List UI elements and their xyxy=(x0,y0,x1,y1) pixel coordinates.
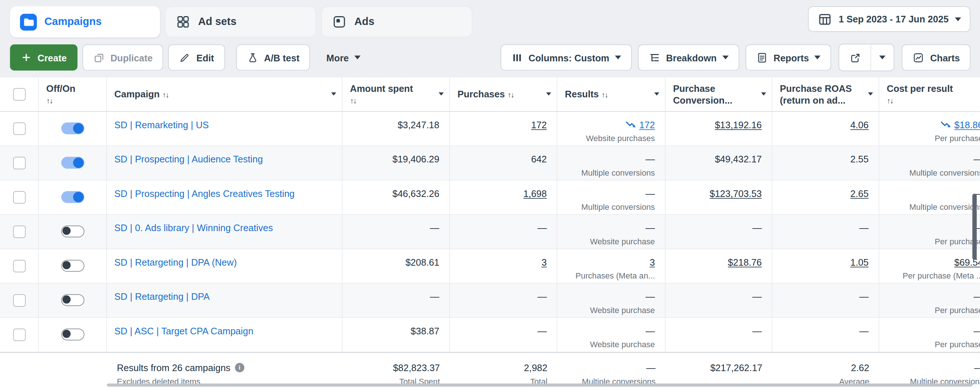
breakdown-button[interactable]: Breakdown xyxy=(638,45,739,70)
results-type-label: Website purchase xyxy=(557,304,655,317)
toggle-knob xyxy=(62,330,70,338)
row-checkbox[interactable] xyxy=(13,260,25,272)
total-purchases-value: 2,982 xyxy=(450,361,547,375)
campaign-toggle[interactable] xyxy=(61,122,84,134)
campaigns-icon xyxy=(20,14,37,30)
header-purchase-roas[interactable]: Purchase ROAS (return on ad... xyxy=(772,78,879,111)
edit-label: Edit xyxy=(196,52,214,63)
header-purchases[interactable]: Purchases ↑↓ xyxy=(450,78,557,111)
row-checkbox[interactable] xyxy=(13,329,25,341)
results-value[interactable]: 3 xyxy=(649,257,655,267)
chevron-down-icon[interactable] xyxy=(546,92,551,96)
edit-button[interactable]: Edit xyxy=(169,45,225,70)
results-value: — xyxy=(557,186,655,200)
campaign-name-link[interactable]: SD | Retargeting | DPA (New) xyxy=(115,257,237,267)
row-checkbox[interactable] xyxy=(13,226,25,238)
campaign-name-link[interactable]: SD | Remarketing | US xyxy=(115,119,209,130)
toggle-knob xyxy=(73,192,83,202)
breakdown-icon xyxy=(648,51,660,63)
cost-per-result-value[interactable]: $18.86 xyxy=(954,119,980,130)
purchases-value[interactable]: 1,698 xyxy=(523,188,547,199)
header-results[interactable]: Results ↑↓ xyxy=(557,78,665,111)
purchase-conversion-value[interactable]: $13,192.16 xyxy=(715,119,762,130)
charts-icon xyxy=(913,51,924,63)
vertical-scrollbar[interactable] xyxy=(972,194,977,260)
columns-button[interactable]: Columns: Custom xyxy=(500,45,632,70)
export-button[interactable] xyxy=(840,45,872,70)
header-select-all[interactable] xyxy=(0,78,38,111)
duplicate-button[interactable]: Duplicate xyxy=(82,45,163,70)
campaign-name-link[interactable]: SD | Prospecting | Angles Creatives Test… xyxy=(115,188,294,199)
purchases-value[interactable]: 3 xyxy=(541,257,547,267)
campaign-name-link[interactable]: SD | 0. Ads library | Winning Creatives xyxy=(115,222,273,233)
sort-icon[interactable]: ↑↓ xyxy=(887,95,953,107)
tab-ad-sets[interactable]: Ad sets xyxy=(165,6,316,38)
info-icon[interactable]: i xyxy=(235,363,245,372)
total-cost-per-result-value: — xyxy=(879,361,980,375)
purchase-conversion-value[interactable]: $123,703.53 xyxy=(710,188,762,199)
date-range-label: 1 Sep 2023 - 17 Jun 2025 xyxy=(838,14,948,24)
trend-down-icon xyxy=(941,121,952,129)
more-button[interactable]: More xyxy=(317,45,371,70)
horizontal-scrollbar[interactable] xyxy=(107,383,973,387)
row-checkbox[interactable] xyxy=(13,122,25,135)
results-value[interactable]: 172 xyxy=(639,119,655,130)
ab-test-button[interactable]: A/B test xyxy=(236,45,310,70)
export-menu-button[interactable] xyxy=(872,45,894,70)
chevron-down-icon[interactable] xyxy=(654,92,659,96)
roas-value[interactable]: 1.05 xyxy=(850,257,869,267)
sort-icon[interactable]: ↑↓ xyxy=(350,95,413,107)
campaigns-table: Off/On↑↓ Campaign ↑↓ Amount spent↑↓ Purc… xyxy=(0,78,980,388)
campaign-name-link[interactable]: SD | Prospecting | Audience Testing xyxy=(115,154,263,164)
campaign-toggle[interactable] xyxy=(61,329,84,340)
chevron-down-icon[interactable] xyxy=(868,92,873,96)
row-checkbox[interactable] xyxy=(13,157,25,169)
purchases-value[interactable]: 172 xyxy=(531,119,547,130)
results-type-label: Multiple conversions xyxy=(557,200,655,214)
tab-campaigns[interactable]: Campaigns xyxy=(10,6,160,38)
header-cost-per-result[interactable]: Cost per result↑↓ xyxy=(879,78,980,111)
header-purchase-conversion[interactable]: Purchase Conversion... xyxy=(666,78,773,111)
row-checkbox[interactable] xyxy=(13,294,25,307)
header-amount-spent[interactable]: Amount spent↑↓ xyxy=(343,78,450,111)
create-button[interactable]: Create xyxy=(10,45,77,70)
campaign-name-link[interactable]: SD | ASC | Target CPA Campaign xyxy=(115,326,253,336)
chevron-down-icon[interactable] xyxy=(331,92,336,96)
reports-button[interactable]: Reports xyxy=(746,45,832,70)
purchases-value: — xyxy=(450,324,547,338)
campaign-toggle[interactable] xyxy=(61,260,84,272)
campaign-toggle[interactable] xyxy=(61,294,84,306)
breakdown-label: Breakdown xyxy=(666,52,716,63)
date-range-picker[interactable]: 1 Sep 2023 - 17 Jun 2025 xyxy=(808,6,970,32)
ad-sets-icon xyxy=(176,14,191,29)
campaign-toggle[interactable] xyxy=(61,157,84,169)
campaign-name-link[interactable]: SD | Retargeting | DPA xyxy=(115,291,210,302)
roas-value[interactable]: 2.65 xyxy=(850,188,869,199)
tab-campaigns-label: Campaigns xyxy=(45,16,102,28)
columns-icon xyxy=(511,51,523,63)
tab-ads[interactable]: Ads xyxy=(321,6,473,38)
cost-per-result-label: Per purchase xyxy=(879,132,980,145)
charts-button[interactable]: Charts xyxy=(902,45,970,70)
chevron-down-icon xyxy=(880,56,886,59)
chevron-down-icon[interactable] xyxy=(439,92,444,96)
campaign-toggle[interactable] xyxy=(61,191,84,203)
chevron-down-icon xyxy=(354,56,361,59)
chevron-down-icon[interactable] xyxy=(761,92,767,96)
amount-spent-value: $208.61 xyxy=(343,255,439,269)
sort-icon[interactable]: ↑↓ xyxy=(601,91,608,99)
roas-value[interactable]: 4.06 xyxy=(850,119,869,130)
row-checkbox[interactable] xyxy=(13,191,25,204)
table-row: SD | Prospecting | Audience Testing $19,… xyxy=(0,146,980,181)
results-value: — xyxy=(557,221,655,235)
sort-icon[interactable]: ↑↓ xyxy=(46,95,75,107)
calendar-icon xyxy=(818,11,833,27)
purchase-conversion-value[interactable]: $218.76 xyxy=(728,257,762,267)
select-all-checkbox[interactable] xyxy=(13,88,25,101)
sort-icon[interactable]: ↑↓ xyxy=(162,91,169,99)
header-campaign[interactable]: Campaign ↑↓ xyxy=(107,78,343,111)
header-off-on[interactable]: Off/On↑↓ xyxy=(38,78,107,111)
sort-icon[interactable]: ↑↓ xyxy=(508,91,514,99)
cost-per-result-value: — xyxy=(879,186,980,200)
campaign-toggle[interactable] xyxy=(61,226,84,237)
